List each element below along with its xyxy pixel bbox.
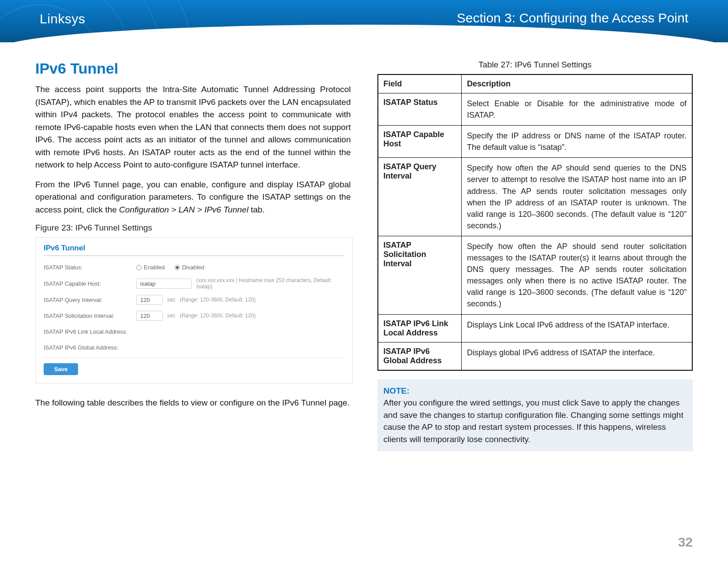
hint-solicitation-interval: (Range: 120-3600, Default: 120)	[180, 313, 256, 319]
note-body: After you configure the wired settings, …	[384, 398, 683, 444]
row-link-local: ISATAP IPv6 Link Local Address:	[44, 326, 344, 337]
th-description: Description	[462, 74, 693, 93]
shot-title: IPv6 Tunnel	[44, 244, 344, 253]
table-row: ISATAP Solicitation Interval Specify how…	[378, 236, 693, 314]
label-solicitation-interval: ISATAP Solicitation Interval:	[44, 313, 136, 319]
label-isatap-status: ISATAP Status:	[44, 264, 136, 271]
cell-field: ISATAP Status	[378, 93, 462, 126]
note-label: NOTE:	[384, 386, 410, 395]
table-row: ISATAP Query Interval Specify how often …	[378, 158, 693, 236]
lead-in-paragraph: The following table describes the fields…	[35, 397, 351, 409]
document-page: Linksys Section 3: Configuring the Acces…	[0, 0, 728, 562]
row-isatap-status: ISATAP Status: Enabled Disabled	[44, 261, 344, 273]
radio-enabled[interactable]: Enabled	[136, 264, 165, 271]
input-query-interval[interactable]: 120	[136, 295, 163, 305]
intro-p2-post: tab.	[248, 205, 265, 214]
table-row: ISATAP IPv6 Link Local Address Displays …	[378, 314, 693, 342]
row-global-addr: ISATAP IPv6 Global Address:	[44, 342, 344, 353]
table-row: ISATAP IPv6 Global Address Displays glob…	[378, 342, 693, 370]
intro-paragraph-1: The access point supports the Intra-Site…	[35, 83, 351, 171]
cell-field: ISATAP Capable Host	[378, 126, 462, 158]
hint-query-interval: (Range: 120-3600, Default: 120)	[180, 297, 256, 303]
hint-capable-host: (xxx.xxx.xxx.xxx | Hostname max 253 char…	[196, 277, 344, 290]
cell-desc: Select Enable or Disable for the adminis…	[462, 93, 693, 126]
settings-table: Field Description ISATAP Status Select E…	[377, 74, 693, 371]
intro-paragraph-2: From the IPv6 Tunnel page, you can enabl…	[35, 179, 351, 216]
intro-p2-path: Configuration > LAN > IPv6 Tunnel	[119, 205, 248, 214]
table-caption: Table 27: IPv6 Tunnel Settings	[377, 60, 693, 70]
input-capable-host[interactable]: isatap	[136, 279, 192, 289]
cell-field: ISATAP IPv6 Link Local Address	[378, 314, 462, 342]
cell-desc: Specify the IP address or DNS name of th…	[462, 126, 693, 158]
label-global-addr: ISATAP IPv6 Global Address:	[44, 344, 136, 351]
table-row: ISATAP Status Select Enable or Disable f…	[378, 93, 693, 126]
label-query-interval: ISATAP Query Interval:	[44, 297, 136, 303]
figure-caption: Figure 23: IPv6 Tunnel Settings	[35, 223, 351, 233]
label-link-local: ISATAP IPv6 Link Local Address:	[44, 328, 136, 335]
left-column: IPv6 Tunnel The access point supports th…	[35, 60, 351, 451]
shot-divider	[44, 255, 344, 256]
cell-desc: Displays Link Local IPv6 address of the …	[462, 314, 693, 342]
cell-desc: Specify how often the AP should send rou…	[462, 236, 693, 314]
cell-desc: Displays global IPv6 address of ISATAP t…	[462, 342, 693, 370]
page-heading: IPv6 Tunnel	[35, 60, 351, 77]
table-row: ISATAP Capable Host Specify the IP addre…	[378, 126, 693, 158]
decorative-arcs	[0, 0, 194, 42]
note-box: NOTE: After you configure the wired sett…	[377, 380, 693, 452]
brand-name: Linksys	[40, 11, 86, 26]
right-column: Table 27: IPv6 Tunnel Settings Field Des…	[377, 60, 693, 451]
table-header-row: Field Description	[378, 74, 693, 93]
cell-field: ISATAP Query Interval	[378, 158, 462, 236]
radio-disabled[interactable]: Disabled	[175, 264, 205, 271]
unit-query-interval: sec	[167, 297, 175, 303]
unit-solicitation-interval: sec	[167, 313, 175, 319]
label-capable-host: ISATAP Capable Host:	[44, 280, 136, 287]
row-query-interval: ISATAP Query Interval: 120 sec (Range: 1…	[44, 294, 344, 305]
section-title: Section 3: Configuring the Access Point	[457, 11, 688, 26]
input-solicitation-interval[interactable]: 120	[136, 311, 163, 321]
row-capable-host: ISATAP Capable Host: isatap (xxx.xxx.xxx…	[44, 277, 344, 290]
ipv6-tunnel-screenshot: IPv6 Tunnel ISATAP Status: Enabled Disab…	[35, 237, 353, 383]
header-banner: Linksys Section 3: Configuring the Acces…	[0, 0, 728, 42]
page-number: 32	[678, 535, 693, 550]
cell-field: ISATAP IPv6 Global Address	[378, 342, 462, 370]
th-field: Field	[378, 74, 462, 93]
save-button[interactable]: Save	[44, 363, 78, 375]
cell-field: ISATAP Solicitation Interval	[378, 236, 462, 314]
row-solicitation-interval: ISATAP Solicitation Interval: 120 sec (R…	[44, 310, 344, 321]
cell-desc: Specify how often the AP should send que…	[462, 158, 693, 236]
content-columns: IPv6 Tunnel The access point supports th…	[35, 60, 693, 451]
shot-divider-2	[44, 357, 344, 358]
